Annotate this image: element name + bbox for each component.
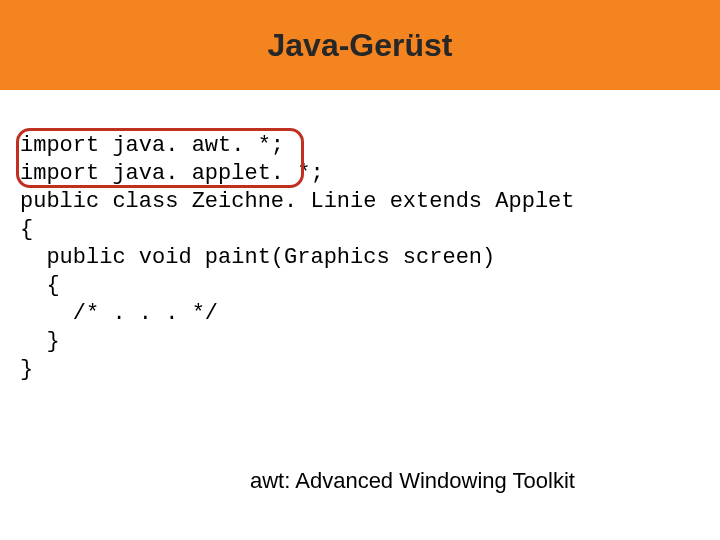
slide-title: Java-Gerüst (268, 27, 453, 64)
code-line-3: public class Zeichne. Linie extends Appl… (20, 189, 575, 214)
footnote: awt: Advanced Windowing Toolkit (250, 468, 575, 494)
code-line-6: { (20, 273, 60, 298)
code-line-1: import java. awt. *; (20, 133, 284, 158)
slide: Java-Gerüst import java. awt. *; import … (0, 0, 720, 540)
title-bar: Java-Gerüst (0, 0, 720, 90)
code-line-9: } (20, 357, 33, 382)
code-block: import java. awt. *; import java. applet… (20, 132, 575, 384)
code-line-5: public void paint(Graphics screen) (20, 245, 495, 270)
code-line-7: /* . . . */ (20, 301, 218, 326)
code-line-4: { (20, 217, 33, 242)
code-line-2: import java. applet. *; (20, 161, 324, 186)
code-line-8: } (20, 329, 60, 354)
